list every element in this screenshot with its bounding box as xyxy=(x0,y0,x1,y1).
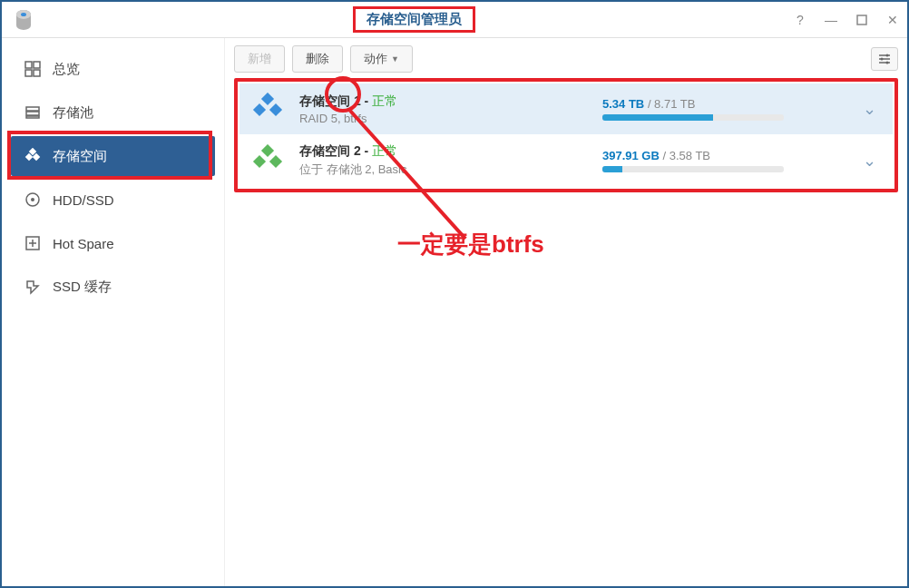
usage-used: 397.91 GB xyxy=(602,149,660,162)
overview-icon xyxy=(24,60,42,78)
svg-point-14 xyxy=(31,198,34,201)
title-highlight: 存储空间管理员 xyxy=(353,6,475,33)
sidebar-item-ssdcache[interactable]: SSD 缓存 xyxy=(11,267,215,307)
hdd-icon xyxy=(24,191,42,209)
usage-total: 8.71 TB xyxy=(654,97,695,111)
sidebar-label: 总览 xyxy=(53,61,80,78)
minimize-button[interactable]: — xyxy=(824,13,838,27)
help-button[interactable]: ? xyxy=(793,13,807,27)
volume-sub: 位于 存储池 2, Basic xyxy=(299,162,590,178)
svg-rect-29 xyxy=(269,155,282,168)
volume-sub: RAID 5, btrfs xyxy=(299,112,590,125)
chevron-down-icon: ▼ xyxy=(391,54,399,64)
svg-point-1 xyxy=(21,13,26,16)
svg-rect-9 xyxy=(26,116,39,118)
sidebar-item-hdd[interactable]: HDD/SSD xyxy=(11,180,215,220)
svg-rect-28 xyxy=(253,155,266,168)
usage-total: 3.58 TB xyxy=(670,149,710,162)
svg-rect-27 xyxy=(261,144,274,157)
toolbar: 新增 删除 动作▼ xyxy=(225,38,907,78)
svg-rect-3 xyxy=(25,62,32,68)
sidebar-item-overview[interactable]: 总览 xyxy=(11,49,215,89)
main-panel: 新增 删除 动作▼ 存储空间 1 - 正常 RAID 5, btrfs 5.34… xyxy=(225,38,907,586)
ssdcache-icon xyxy=(24,278,42,296)
sidebar-item-hotspare[interactable]: Hot Spare xyxy=(11,223,215,263)
close-button[interactable]: ✕ xyxy=(885,13,900,27)
usage-bar xyxy=(602,166,784,172)
volume-row[interactable]: 存储空间 2 - 正常 位于 存储池 2, Basic 397.91 GB / … xyxy=(239,134,893,187)
usage-used: 5.34 TB xyxy=(602,97,644,111)
svg-point-21 xyxy=(886,54,889,57)
svg-rect-26 xyxy=(269,103,282,116)
sidebar-label: HDD/SSD xyxy=(53,192,114,208)
svg-rect-5 xyxy=(25,70,32,76)
svg-point-23 xyxy=(886,62,889,64)
titlebar: 存储空间管理员 ? — ✕ xyxy=(2,2,907,38)
svg-rect-8 xyxy=(26,112,39,115)
svg-rect-6 xyxy=(34,70,40,76)
volumes-highlight-box: 存储空间 1 - 正常 RAID 5, btrfs 5.34 TB / 8.71… xyxy=(234,78,898,192)
window-title: 存储空间管理员 xyxy=(367,11,462,26)
sidebar-label: Hot Spare xyxy=(53,236,114,251)
maximize-button[interactable] xyxy=(855,13,869,27)
svg-rect-7 xyxy=(26,107,39,111)
svg-rect-25 xyxy=(253,103,266,116)
pool-icon xyxy=(24,103,42,122)
sidebar: 总览 存储池 存储空间 HDD/SSD Hot Spare SSD 缓存 xyxy=(2,38,225,586)
volume-status: 正常 xyxy=(372,143,397,158)
volume-cubes-icon xyxy=(250,93,287,125)
sidebar-item-pool[interactable]: 存储池 xyxy=(11,93,215,132)
settings-button[interactable] xyxy=(871,47,898,71)
volume-cubes-icon xyxy=(250,144,287,177)
svg-rect-2 xyxy=(857,15,866,24)
volume-status: 正常 xyxy=(372,93,397,108)
hotspare-icon xyxy=(24,234,42,252)
app-icon xyxy=(13,9,34,31)
volume-name: 存储空间 1 xyxy=(299,93,361,108)
sidebar-label: SSD 缓存 xyxy=(53,279,112,296)
sidebar-highlight-box xyxy=(7,131,212,180)
action-button[interactable]: 动作▼ xyxy=(350,45,413,73)
delete-button[interactable]: 删除 xyxy=(292,45,343,73)
volume-name: 存储空间 2 xyxy=(299,143,361,158)
new-button[interactable]: 新增 xyxy=(234,45,285,73)
volume-row[interactable]: 存储空间 1 - 正常 RAID 5, btrfs 5.34 TB / 8.71… xyxy=(239,83,893,134)
svg-point-22 xyxy=(881,58,884,61)
annotation-text: 一定要是btrfs xyxy=(397,229,544,260)
svg-rect-4 xyxy=(34,62,40,68)
expand-chevron-icon[interactable]: ⌄ xyxy=(857,99,882,119)
usage-bar xyxy=(602,114,784,121)
expand-chevron-icon[interactable]: ⌄ xyxy=(857,151,882,171)
svg-rect-24 xyxy=(261,93,274,105)
sidebar-label: 存储池 xyxy=(53,104,93,122)
